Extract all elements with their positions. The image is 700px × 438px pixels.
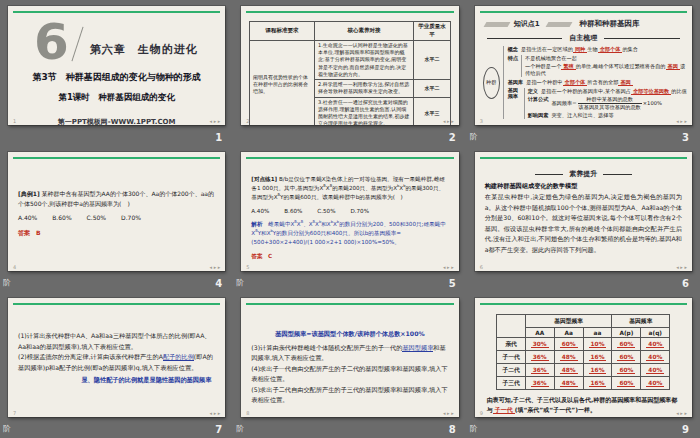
group-header: 基因型频率 [525,315,612,328]
genotype-frequency-formula: 基因型频率=该基因型个体数/该种群个体总数×100% [251,329,448,340]
cell-value: 48% [560,367,578,374]
cell-value: 60% [617,341,635,348]
slide-page-number: 1 [13,119,16,124]
literacy-cell: 2.科学思维——利用数学方法,探讨自然选择会导致种群基因频率发生定向改变。 [314,80,413,98]
slide-thumbnail-2[interactable]: 课程标准要求 核心素养对接 学业质量水平 阐明具有优势性状的个体在种群中所占的比… [241,6,458,125]
slide-thumbnail-6[interactable]: 素养提升 构建种群基因组成变化的数学模型 在某昆虫种群中,决定翅色为绿色的基因为… [475,152,692,271]
green-divider [480,11,687,13]
stage-label: 阶 [3,277,11,288]
task-list: 基因型频率=该基因型个体数/该种群个体总数×100% (3)计算由亲代种群雌雄个… [251,329,448,406]
level-cell: 水平二 [413,40,450,79]
slide-thumbnail-4[interactable]: [典例1] 某种群中含有基因型为AA的个体300个、Aa的个体200个、aa的个… [8,152,225,271]
column-header: 核心素养对接 [314,22,413,41]
slide-thumbnail-9[interactable]: 基因型频率 基因频率 AA Aa aa A(p) a(q) 亲代 30% 60%… [475,298,692,417]
row-label: 子一代 [497,351,525,364]
slide-number: 7 [215,424,222,435]
frequency-items: 定义 是指在一个种群的基因库中,某个基因占全部等位基因数的比值 计算公式 基因频… [524,88,688,119]
column-header: 课程标准要求 [249,22,314,41]
nav-arrows-icon: ◂ ▸ ▸ [443,119,454,124]
answer-label: 答案 [251,253,262,259]
level-cell: 水平二 [413,80,450,98]
column-header: Aa [554,328,583,338]
option-b: B.60% [52,213,71,223]
slide-number: 4 [215,278,222,289]
table-row: 子三代 36% 48% 16% 60% 40% [497,377,670,390]
option-a: A.40% [251,207,269,216]
branch-text: 是指一个种群中全部个体所含有的全部基因 [526,79,633,86]
decor-chip [545,22,572,27]
table-row: 子一代 36% 48% 16% 60% 40% [497,351,670,364]
slide-thumbnail-7[interactable]: (1)计算出亲代种群中AA、Aa和aa三种基因型个体所占的比例(即AA、Aa和a… [8,298,225,417]
slide-inner-footer: 5 ◂ ▸ ▸ [246,265,453,270]
option-d: D.70% [121,213,141,223]
branch-gene-frequency: 基因频率 定义 是指在一个种群的基因库中,某个基因占全部等位基因数的比值 计算公… [508,88,688,119]
task-list: (1)计算出亲代种群中AA、Aa和aa三种基因型个体所占的比例(即AA、Aa和a… [18,331,215,373]
frequency-formula: 计算公式 基因频率= 种群中某基因的总数 该基因及其等位基因的总数 ×100% [528,96,688,111]
cell-value: 36% [531,367,549,374]
scenario-text: 在某昆虫种群中,决定翅色为绿色的基因为A,决定翅色为褐色的基因为a。从这个种群中… [485,192,682,255]
slide-thumbnail-8[interactable]: 基因型频率=该基因型个体数/该种群个体总数×100% (3)计算由亲代种群雌雄个… [241,298,458,417]
slide-cell-2: 课程标准要求 核心素养对接 学业质量水平 阐明具有优势性状的个体在种群中所占的比… [233,0,466,146]
cell-value: 36% [531,380,549,387]
green-divider [246,157,453,159]
cell-value: 30% [531,341,549,348]
concept-map-root: 种群 [483,67,500,99]
cell-value: 60% [617,367,635,374]
cell-value: 60% [617,354,635,361]
slide-inner-footer: 9 ◂ ▸ ▸ [480,411,687,416]
formula-prefix: 基因频率= [551,100,576,107]
branch-label: 基因库 [508,79,524,86]
stem-text: B/b是仅位于果蝇X染色体上的一对等位基因。现有一果蝇种群,雌雄各1 000只。… [251,176,445,200]
column-header: a(q) [641,328,670,338]
slide-cell-4: [典例1] 某种群中含有基因型为AA的个体300个、Aa的个体200个、aa的个… [0,146,233,292]
table-group-header-row: 基因型频率 基因频率 [497,315,670,328]
answer-value: B [36,229,41,236]
answer-line: 答案 B [18,228,215,238]
chapter-title: 第六章 生物的进化 [90,42,198,57]
cell-value: 40% [646,380,664,387]
stage-label: 阶 [470,423,478,434]
cell-value: 40% [646,341,664,348]
green-divider [13,157,220,159]
slide-page-number: 9 [480,411,483,416]
question-stem: [对点练1] B/b是仅位于果蝇X染色体上的一对等位基因。现有一果蝇种群,雌雄各… [251,175,448,202]
frequency-table: 基因型频率 基因频率 AA Aa aa A(p) a(q) 亲代 30% 60%… [496,314,670,390]
branch-text: 是指生活在一定区域的同种生物全部个体的集合 [521,46,638,53]
option-c: C.50% [87,213,106,223]
requirement-cell: 阐明具有优势性状的个体在种群中所占的比例将会增加。 [249,40,314,125]
slide-page-number: 2 [246,119,249,124]
slide-thumbnail-grid: 6 第六章 生物的进化 第3节 种群基因组成的变化与物种的形成 第1课时 种群基… [0,0,700,438]
option-d: D.70% [350,207,369,216]
fraction-denominator: 该基因及其等位基因的总数 [578,104,642,111]
nav-arrows-icon: ◂ ▸ ▸ [443,411,454,416]
slide-inner-footer: 7 ◂ ▸ ▸ [13,411,220,416]
column-header: aa [583,328,612,338]
green-divider [480,157,687,159]
formula-suffix: ×100% [643,100,662,107]
cell-value: 48% [560,380,578,387]
branch-concept: 概念 是指生活在一定区域的同种生物全部个体的集合 [508,46,688,53]
feature-item: 不是机械地聚合在一起 [525,55,688,62]
hint-note: 显、隐性配子的比例就是显隐性基因的基因频率 [22,376,211,385]
slide-inner-footer: 1 ◂ ▸ ▸ [13,119,220,124]
table-row: 子二代 36% 48% 16% 60% 40% [497,364,670,377]
slide-inner-footer: 3 ◂ ▸ ▸ [480,119,687,124]
cell-value: 10% [589,341,607,348]
table-row: 阐明具有优势性状的个体在种群中所占的比例将会增加。 1.生命观念——认同种群是生… [249,40,450,79]
nav-arrows-icon: ◂ ▸ ▸ [443,265,454,270]
slide-thumbnail-3[interactable]: 知识点1 种群和种群基因库 自主梳理 种群 概念 是指生活在一定区域的同种生物全… [475,6,692,125]
cell-value: 60% [617,380,635,387]
slide-inner-footer: 8 ◂ ▸ ▸ [246,411,453,416]
slide-number: 1 [215,132,222,143]
stage-label: 阶 [3,423,11,434]
standards-table: 课程标准要求 核心素养对接 学业质量水平 阐明具有优势性状的个体在种群中所占的比… [249,21,451,125]
nav-arrows-icon: ◂ ▸ ▸ [210,265,221,270]
slide-number: 2 [449,132,456,143]
task-item-1: (1)计算出亲代种群中AA、Aa和aa三种基因型个体所占的比例(即AA、Aa和a… [18,331,215,352]
options-row: A.40% B.60% C.50% D.70% [251,207,448,216]
cell-value: 16% [589,354,607,361]
slide-thumbnail-1[interactable]: 6 第六章 生物的进化 第3节 种群基因组成的变化与物种的形成 第1课时 种群基… [8,6,225,125]
slide-thumbnail-5[interactable]: [对点练1] B/b是仅位于果蝇X染色体上的一对等位基因。现有一果蝇种群,雌雄各… [241,152,458,271]
literacy-cell: 1.生命观念——认同种群是生物进化的基本单位,理解基因频率和基因型频率的概念;基… [314,40,413,79]
section-label: 素养提升 [569,169,597,179]
